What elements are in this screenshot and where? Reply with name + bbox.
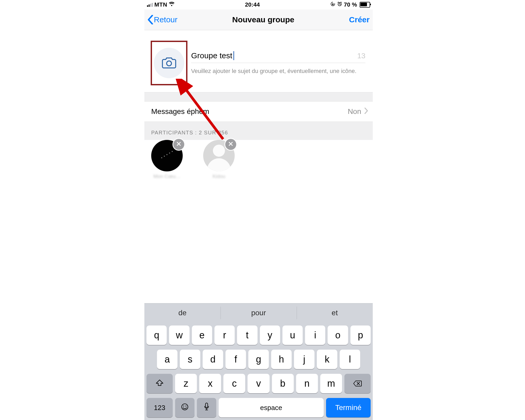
key-a[interactable]: a xyxy=(157,350,177,369)
keyboard: de pour et q w e r t y u i o p a s d f xyxy=(144,303,373,420)
key-dictation[interactable] xyxy=(197,398,216,417)
chevron-right-icon xyxy=(364,107,368,116)
svg-point-1 xyxy=(167,61,171,66)
key-numeric[interactable]: 123 xyxy=(146,398,173,417)
key-done[interactable]: Terminé xyxy=(326,398,371,417)
key-g[interactable]: g xyxy=(248,350,269,369)
subject-section: Groupe test 13 Veuillez ajouter le sujet… xyxy=(144,30,373,92)
key-shift[interactable] xyxy=(146,374,173,393)
suggestion-bar: de pour et xyxy=(144,303,373,322)
key-j[interactable]: j xyxy=(294,350,314,369)
shift-icon xyxy=(156,378,164,389)
key-n[interactable]: n xyxy=(296,374,318,393)
page-title: Nouveau groupe xyxy=(232,15,294,24)
key-e[interactable]: e xyxy=(192,326,212,345)
back-label: Retour xyxy=(154,15,177,24)
key-i[interactable]: i xyxy=(305,326,325,345)
svg-point-10 xyxy=(186,406,186,406)
nav-bar: Retour Nouveau groupe Créer xyxy=(144,9,373,30)
key-d[interactable]: d xyxy=(203,350,223,369)
key-k[interactable]: k xyxy=(317,350,337,369)
key-v[interactable]: v xyxy=(248,374,269,393)
key-l[interactable]: l xyxy=(340,350,360,369)
svg-point-9 xyxy=(183,406,184,406)
clock-label: 20:44 xyxy=(245,1,260,8)
signal-bars-icon xyxy=(147,3,153,7)
participant-name: Kidou xyxy=(213,174,225,179)
participants-list: Mon Cœu… Kidou xyxy=(144,140,373,182)
wifi-icon xyxy=(169,1,175,8)
disappearing-messages-value: Non xyxy=(348,107,361,116)
microphone-icon xyxy=(204,402,209,413)
svg-point-3 xyxy=(161,157,162,158)
participant-item[interactable]: Mon Cœu… xyxy=(151,140,183,179)
key-o[interactable]: o xyxy=(328,326,348,345)
participant-item[interactable]: Kidou xyxy=(203,140,235,179)
key-h[interactable]: h xyxy=(271,350,292,369)
backspace-icon xyxy=(353,378,362,389)
group-subject-value: Groupe test xyxy=(191,51,232,60)
status-bar: MTN 20:44 70 % xyxy=(144,0,373,9)
key-w[interactable]: w xyxy=(169,326,189,345)
key-space[interactable]: espace xyxy=(219,398,324,417)
section-gap xyxy=(144,92,373,102)
suggestion-word[interactable]: et xyxy=(297,303,373,322)
participant-name: Mon Cœu… xyxy=(153,174,180,179)
key-b[interactable]: b xyxy=(272,374,294,393)
alarm-icon xyxy=(337,1,342,8)
back-button[interactable]: Retour xyxy=(148,15,177,24)
carrier-label: MTN xyxy=(154,1,167,8)
disappearing-messages-row[interactable]: Messages éphém Non xyxy=(144,102,373,122)
create-button[interactable]: Créer xyxy=(349,15,370,24)
svg-point-4 xyxy=(164,156,165,157)
svg-point-5 xyxy=(166,154,167,155)
key-c[interactable]: c xyxy=(223,374,245,393)
key-y[interactable]: y xyxy=(260,326,280,345)
text-cursor xyxy=(233,51,234,60)
remove-participant-button[interactable] xyxy=(173,139,184,150)
participants-header: PARTICIPANTS : 2 SUR 256 xyxy=(144,122,373,140)
key-u[interactable]: u xyxy=(282,326,303,345)
close-icon xyxy=(176,141,181,148)
suggestion-word[interactable]: pour xyxy=(220,303,297,322)
battery-percent: 70 % xyxy=(344,1,357,8)
key-m[interactable]: m xyxy=(320,374,342,393)
key-r[interactable]: r xyxy=(214,326,235,345)
svg-point-6 xyxy=(169,153,170,154)
key-t[interactable]: t xyxy=(237,326,257,345)
emoji-icon xyxy=(181,402,189,413)
group-subject-input[interactable]: Groupe test xyxy=(191,51,355,60)
key-backspace[interactable] xyxy=(344,374,371,393)
key-s[interactable]: s xyxy=(180,350,200,369)
subject-remaining-count: 13 xyxy=(357,52,365,60)
svg-point-7 xyxy=(172,151,173,152)
close-icon xyxy=(228,141,233,148)
suggestion-word[interactable]: de xyxy=(144,303,220,322)
key-p[interactable]: p xyxy=(350,326,371,345)
remove-participant-button[interactable] xyxy=(225,139,236,150)
orientation-lock-icon xyxy=(330,1,335,8)
battery-icon xyxy=(359,2,370,8)
camera-icon xyxy=(162,56,176,70)
group-photo-button[interactable] xyxy=(154,48,184,78)
key-emoji[interactable] xyxy=(175,398,195,417)
key-f[interactable]: f xyxy=(225,350,246,369)
svg-point-8 xyxy=(182,404,188,410)
svg-rect-11 xyxy=(206,403,208,407)
key-q[interactable]: q xyxy=(146,326,167,345)
key-x[interactable]: x xyxy=(199,374,221,393)
annotation-highlight-box xyxy=(151,41,187,85)
key-z[interactable]: z xyxy=(175,374,197,393)
subject-hint: Veuillez ajouter le sujet du groupe et, … xyxy=(191,67,365,75)
disappearing-messages-label: Messages éphém xyxy=(151,107,209,116)
